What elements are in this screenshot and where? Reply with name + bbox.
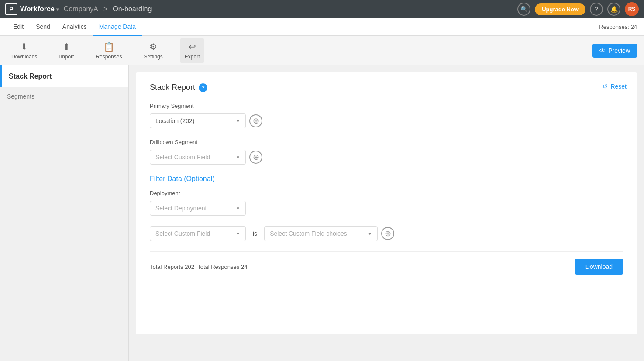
primary-segment-value: Location (202) [155, 117, 195, 124]
drilldown-segment-select[interactable]: Select Custom Field ▼ [150, 150, 246, 165]
upgrade-button[interactable]: Upgrade Now [535, 3, 585, 15]
total-reports-value: 202 [185, 264, 194, 270]
drilldown-segment-label: Drilldown Segment [150, 139, 623, 145]
primary-segment-label: Primary Segment [150, 103, 623, 109]
preview-button[interactable]: 👁 Preview [592, 44, 637, 58]
toolbar-responses-label: Responses [96, 54, 122, 60]
nav-item-manage-data[interactable]: Manage Data [93, 18, 142, 36]
notification-icon: 🔔 [610, 6, 618, 13]
content-card: Stack Report ? ↺ Reset Primary Segment L… [136, 72, 637, 334]
custom-field-filter-row: Select Custom Field ▼ is Select Custom F… [150, 226, 623, 241]
primary-segment-add-button[interactable]: ⊕ [249, 114, 262, 127]
app-name: Workforce ▾ [20, 5, 59, 13]
preview-eye-icon: 👁 [599, 47, 606, 54]
reset-icon: ↺ [603, 83, 608, 90]
logo-icon: P [5, 3, 17, 15]
choices-chevron: ▼ [368, 231, 372, 236]
toolbar-import[interactable]: ⬆ Import [55, 38, 78, 63]
content-footer: Total Reports 202 Total Responses 24 Dow… [150, 251, 623, 275]
nav-item-edit[interactable]: Edit [7, 18, 30, 36]
primary-add-icon: ⊕ [253, 116, 259, 126]
reset-label: Reset [610, 83, 627, 90]
toolbar: ⬇ Downloads ⬆ Import 📋 Responses ⚙ Setti… [0, 36, 644, 65]
total-responses-label: Total Responses [197, 264, 239, 270]
total-reports-label: Total Reports [150, 264, 183, 270]
downloads-icon: ⬇ [21, 41, 28, 52]
total-responses-value: 24 [241, 264, 247, 270]
choices-placeholder: Select Custom Field choices [270, 230, 347, 237]
help-icon: ? [595, 6, 598, 13]
toolbar-downloads-label: Downloads [11, 54, 37, 60]
deployment-section: Deployment Select Deployment ▼ [150, 190, 623, 216]
custom-field-add-icon: ⊕ [385, 229, 391, 238]
filter-title: Filter Data (Optional) [150, 175, 623, 183]
report-help-icon[interactable]: ? [199, 83, 207, 92]
toolbar-export-label: Export [185, 54, 200, 60]
custom-field-select[interactable]: Select Custom Field ▼ [150, 226, 246, 241]
help-button[interactable]: ? [590, 3, 603, 16]
content-area: Stack Report ? ↺ Reset Primary Segment L… [129, 65, 644, 361]
breadcrumb-separator: > [103, 5, 107, 13]
custom-field-chevron: ▼ [236, 231, 240, 236]
report-title-text: Stack Report [150, 83, 195, 92]
sidebar-header: Stack Report [0, 65, 128, 87]
deployment-chevron: ▼ [236, 206, 240, 211]
preview-label: Preview [608, 47, 630, 54]
avatar-button[interactable]: RS [625, 2, 639, 16]
deployment-label: Deployment [150, 190, 623, 196]
deployment-select[interactable]: Select Deployment ▼ [150, 201, 246, 216]
sidebar: Stack Report Segments [0, 65, 129, 361]
drilldown-add-icon: ⊕ [253, 152, 259, 162]
import-icon: ⬆ [63, 41, 70, 52]
toolbar-downloads[interactable]: ⬇ Downloads [7, 38, 41, 63]
settings-icon: ⚙ [149, 41, 157, 52]
top-nav: P Workforce ▾ CompanyA > On-boarding 🔍 U… [0, 0, 644, 18]
drilldown-segment-section: Drilldown Segment Select Custom Field ▼ … [150, 139, 623, 165]
export-icon: ↩ [189, 41, 196, 52]
is-operator-label: is [249, 230, 261, 237]
nav-item-send[interactable]: Send [30, 18, 56, 36]
download-button[interactable]: Download [575, 259, 623, 275]
breadcrumb-company: CompanyA [64, 5, 98, 13]
custom-field-placeholder: Select Custom Field [155, 230, 210, 237]
sidebar-item-segments[interactable]: Segments [0, 88, 128, 105]
filter-section: Filter Data (Optional) Deployment Select… [150, 175, 623, 241]
drilldown-segment-add-button[interactable]: ⊕ [249, 151, 262, 164]
top-nav-actions: 🔍 Upgrade Now ? 🔔 RS [517, 2, 639, 16]
drilldown-segment-placeholder: Select Custom Field [155, 154, 210, 161]
primary-segment-section: Primary Segment Location (202) ▼ ⊕ [150, 103, 623, 128]
main-layout: Stack Report Segments Stack Report ? ↺ R… [0, 65, 644, 361]
primary-segment-select[interactable]: Location (202) ▼ [150, 113, 246, 128]
nav-item-analytics[interactable]: Analytics [56, 18, 93, 36]
responses-icon: 📋 [103, 41, 114, 52]
notification-button[interactable]: 🔔 [607, 3, 620, 16]
primary-segment-chevron: ▼ [236, 119, 240, 124]
toolbar-export[interactable]: ↩ Export [180, 38, 204, 63]
custom-field-choices-select[interactable]: Select Custom Field choices ▼ [264, 226, 378, 241]
deployment-row: Select Deployment ▼ [150, 201, 623, 216]
toolbar-settings[interactable]: ⚙ Settings [139, 38, 167, 63]
primary-segment-row: Location (202) ▼ ⊕ [150, 113, 623, 128]
breadcrumb-current: On-boarding [113, 5, 152, 13]
toolbar-settings-label: Settings [144, 54, 162, 60]
toolbar-responses[interactable]: 📋 Responses [91, 38, 126, 63]
reset-button[interactable]: ↺ Reset [603, 83, 627, 90]
responses-count: Responses: 24 [599, 24, 637, 30]
search-button[interactable]: 🔍 [517, 3, 530, 16]
custom-field-add-button[interactable]: ⊕ [381, 227, 394, 240]
deployment-placeholder: Select Deployment [155, 205, 207, 212]
app-logo[interactable]: P Workforce ▾ [5, 3, 59, 15]
drilldown-segment-row: Select Custom Field ▼ ⊕ [150, 150, 623, 165]
report-title-row: Stack Report ? [150, 83, 623, 92]
search-icon: 🔍 [520, 6, 528, 13]
footer-stats: Total Reports 202 Total Responses 24 [150, 264, 247, 270]
dropdown-chevron: ▾ [56, 7, 59, 12]
drilldown-segment-chevron: ▼ [236, 155, 240, 160]
secondary-nav: Edit Send Analytics Manage Data Response… [0, 18, 644, 36]
toolbar-import-label: Import [59, 54, 74, 60]
